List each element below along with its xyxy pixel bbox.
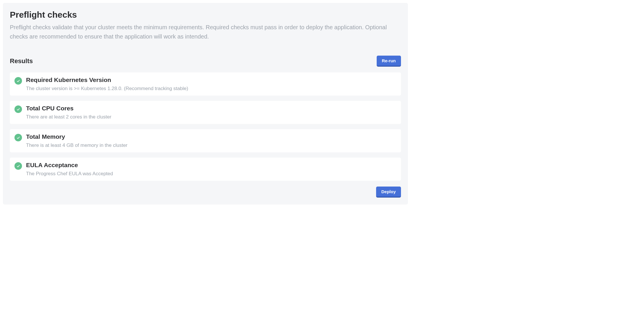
check-card: Total MemoryThere is at least 4 GB of me… bbox=[10, 129, 401, 152]
check-title: Required Kubernetes Version bbox=[26, 76, 396, 83]
check-body: Required Kubernetes VersionThe cluster v… bbox=[26, 76, 396, 92]
rerun-button[interactable]: Re-run bbox=[377, 56, 401, 67]
check-pass-icon bbox=[14, 162, 22, 170]
page-description: Preflight checks validate that your clus… bbox=[10, 23, 401, 41]
check-card: EULA AcceptanceThe Progress Chef EULA wa… bbox=[10, 158, 401, 181]
results-title: Results bbox=[10, 57, 33, 65]
check-title: Total CPU Cores bbox=[26, 105, 396, 112]
check-detail: There are at least 2 cores in the cluste… bbox=[26, 114, 396, 120]
checks-list: Required Kubernetes VersionThe cluster v… bbox=[10, 72, 401, 181]
check-title: EULA Acceptance bbox=[26, 162, 396, 169]
preflight-panel: Preflight checks Preflight checks valida… bbox=[3, 3, 408, 205]
results-header: Results Re-run bbox=[10, 56, 401, 67]
check-pass-icon bbox=[14, 105, 22, 113]
check-body: EULA AcceptanceThe Progress Chef EULA wa… bbox=[26, 162, 396, 177]
check-pass-icon bbox=[14, 77, 22, 85]
check-card: Total CPU CoresThere are at least 2 core… bbox=[10, 101, 401, 124]
footer-actions: Deploy bbox=[10, 187, 401, 198]
check-title: Total Memory bbox=[26, 133, 396, 140]
check-detail: The Progress Chef EULA was Accepted bbox=[26, 171, 396, 177]
deploy-button[interactable]: Deploy bbox=[376, 187, 401, 198]
check-detail: The cluster version is >= Kubernetes 1.2… bbox=[26, 86, 396, 92]
check-body: Total MemoryThere is at least 4 GB of me… bbox=[26, 133, 396, 148]
check-detail: There is at least 4 GB of memory in the … bbox=[26, 143, 396, 148]
page-title: Preflight checks bbox=[10, 10, 401, 20]
check-pass-icon bbox=[14, 134, 22, 141]
check-body: Total CPU CoresThere are at least 2 core… bbox=[26, 105, 396, 120]
check-card: Required Kubernetes VersionThe cluster v… bbox=[10, 72, 401, 96]
